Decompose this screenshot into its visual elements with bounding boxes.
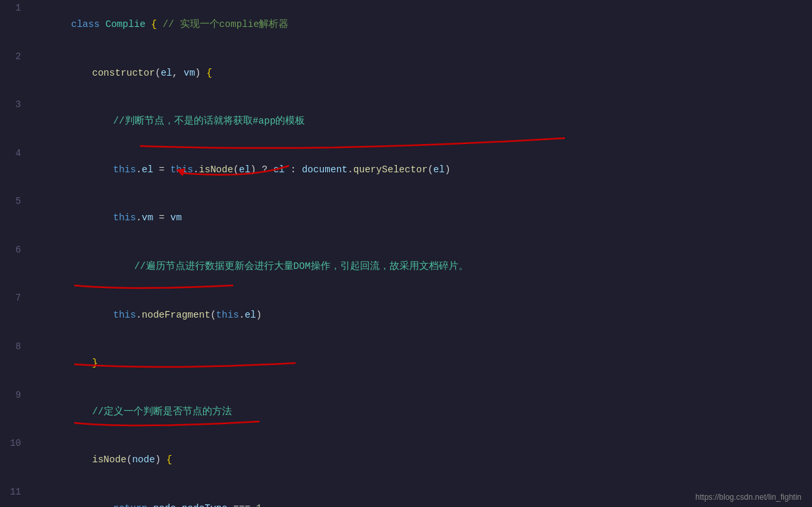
code-line-3: 3 //判断节点，不是的话就将获取#app的模板 [0, 97, 812, 145]
line-num-3: 3 [0, 97, 32, 110]
code-line-7: 7 this.nodeFragment(this.el) [0, 290, 812, 339]
line-num-6: 6 [0, 243, 32, 255]
code-line-8: 8 } [0, 339, 812, 387]
code-line-9: 9 //定义一个判断是否节点的方法 [0, 387, 812, 436]
code-line-10: 10 isNode(node) { [0, 435, 812, 484]
footer-link: https://blog.csdn.net/lin_fightin [696, 493, 801, 502]
line-content-2: constructor(el, vm) { [32, 49, 812, 97]
line-content-6: //遍历节点进行数据更新会进行大量DOM操作，引起回流，故采用文档碎片。 [32, 243, 812, 290]
code-line-4: 4 this.el = this.isNode(el) ? el : docum… [0, 145, 812, 194]
code-line-2: 2 constructor(el, vm) { [0, 49, 812, 97]
code-editor: 1 class Complie { // 实现一个complie解析器 2 co… [0, 0, 812, 507]
code-line-11: 11 return node.nodeType === 1 [0, 484, 812, 507]
line-content-8: } [32, 339, 812, 387]
line-num-11: 11 [0, 485, 32, 497]
line-num-5: 5 [0, 194, 32, 206]
line-num-2: 2 [0, 49, 32, 62]
line-content-5: this.vm = vm [32, 194, 812, 241]
line-num-7: 7 [0, 291, 32, 303]
line-num-8: 8 [0, 339, 32, 352]
line-content-1: class Complie { // 实现一个complie解析器 [32, 1, 812, 48]
line-content-10: isNode(node) { [32, 436, 812, 483]
line-content-4: this.el = this.isNode(el) ? el : documen… [32, 146, 812, 193]
line-content-9: //定义一个判断是否节点的方法 [32, 388, 812, 435]
code-line-5: 5 this.vm = vm [0, 193, 812, 242]
code-line-1: 1 class Complie { // 实现一个complie解析器 [0, 0, 812, 49]
line-content-3: //判断节点，不是的话就将获取#app的模板 [32, 97, 812, 145]
line-num-4: 4 [0, 146, 32, 158]
code-line-6: 6 //遍历节点进行数据更新会进行大量DOM操作，引起回流，故采用文档碎片。 [0, 242, 812, 291]
line-content-7: this.nodeFragment(this.el) [32, 291, 812, 338]
line-num-1: 1 [0, 1, 32, 13]
line-num-9: 9 [0, 388, 32, 400]
line-num-10: 10 [0, 436, 32, 448]
